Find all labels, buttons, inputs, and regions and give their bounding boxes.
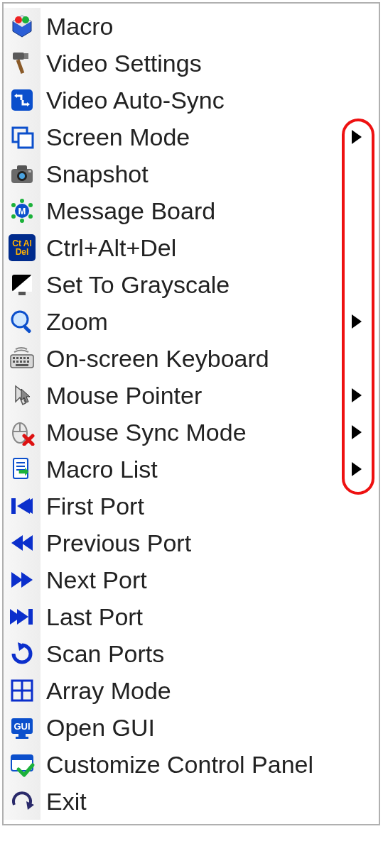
- menu-item-on-screen-keyboard[interactable]: On-screen Keyboard: [4, 340, 374, 377]
- context-menu: Macro Video Settings Video Auto-Sync Scr…: [2, 2, 380, 825]
- mouse-pointer-icon: [4, 377, 41, 414]
- menu-item-set-to-grayscale[interactable]: Set To Grayscale: [4, 266, 374, 303]
- menu-item-next-port[interactable]: Next Port: [4, 561, 374, 598]
- menu-item-mouse-sync-mode[interactable]: Mouse Sync Mode: [4, 414, 374, 451]
- svg-point-22: [20, 199, 24, 203]
- submenu-arrow-icon: [352, 388, 362, 402]
- menu-item-label: Set To Grayscale: [41, 271, 374, 299]
- svg-rect-34: [13, 361, 15, 363]
- menu-item-label: Exit: [41, 788, 374, 815]
- grid-icon: [4, 672, 41, 709]
- submenu-arrow-icon: [352, 425, 362, 439]
- svg-point-20: [11, 214, 16, 219]
- menu-item-label: Customize Control Panel: [41, 751, 374, 779]
- message-board-icon: M: [4, 192, 41, 229]
- menu-item-scan-ports[interactable]: Scan Ports: [4, 635, 374, 672]
- svg-rect-31: [20, 357, 22, 359]
- svg-text:GUI: GUI: [14, 721, 30, 732]
- menu-item-exit[interactable]: Exit: [4, 783, 374, 820]
- svg-rect-27: [23, 325, 31, 334]
- macro-icon: [4, 8, 41, 45]
- svg-rect-63: [18, 734, 26, 737]
- menu-item-zoom[interactable]: Zoom: [4, 303, 374, 340]
- menu-item-last-port[interactable]: Last Port: [4, 598, 374, 635]
- svg-rect-5: [16, 60, 25, 75]
- menu-item-label: Screen Mode: [41, 123, 352, 151]
- svg-rect-39: [16, 364, 28, 366]
- menu-item-macro-list[interactable]: Macro List: [4, 451, 374, 488]
- menu-item-label: Scan Ports: [41, 640, 374, 668]
- menu-item-label: Open GUI: [41, 714, 374, 742]
- svg-point-1: [15, 16, 22, 23]
- customize-icon: [4, 746, 41, 783]
- menu-item-mouse-pointer[interactable]: Mouse Pointer: [4, 377, 374, 414]
- menu-item-label: Mouse Pointer: [41, 382, 352, 410]
- menu-item-message-board[interactable]: M Message Board: [4, 192, 374, 229]
- svg-rect-64: [16, 737, 28, 739]
- menu-item-video-settings[interactable]: Video Settings: [4, 45, 374, 82]
- submenu-arrow-icon: [352, 314, 362, 329]
- menu-item-previous-port[interactable]: Previous Port: [4, 524, 374, 561]
- sync-icon: [4, 82, 41, 119]
- menu-item-label: Snapshot: [41, 160, 374, 188]
- svg-marker-53: [21, 572, 33, 588]
- magnifier-icon: [4, 303, 41, 340]
- menu-item-label: First Port: [41, 493, 374, 520]
- svg-rect-36: [20, 361, 22, 363]
- svg-rect-3: [13, 53, 24, 60]
- menu-item-macro[interactable]: Macro: [4, 8, 374, 45]
- ctrl-alt-del-icon: Ct AlDel: [4, 229, 41, 266]
- skip-last-icon: [4, 598, 41, 635]
- menu-item-label: Previous Port: [41, 529, 374, 557]
- svg-rect-66: [11, 755, 33, 760]
- menu-item-label: Mouse Sync Mode: [41, 419, 352, 446]
- svg-rect-47: [11, 498, 16, 514]
- svg-rect-33: [27, 357, 29, 359]
- menu-item-ctrl-alt-del[interactable]: Ct AlDel Ctrl+Alt+Del: [4, 229, 374, 266]
- menu-item-label: Next Port: [41, 566, 374, 594]
- menu-item-open-gui[interactable]: GUI Open GUI: [4, 709, 374, 746]
- menu-item-label: Macro: [41, 13, 374, 40]
- svg-rect-32: [23, 357, 26, 359]
- skip-first-icon: [4, 488, 41, 524]
- svg-point-26: [12, 312, 28, 327]
- mouse-x-icon: [4, 414, 41, 451]
- svg-rect-4: [24, 53, 28, 59]
- grayscale-icon: [4, 266, 41, 303]
- menu-item-label: Array Mode: [41, 677, 374, 705]
- menu-item-label: Last Port: [41, 603, 374, 631]
- submenu-arrow-icon: [352, 130, 362, 144]
- svg-rect-10: [18, 133, 33, 148]
- menu-item-first-port[interactable]: First Port: [4, 488, 374, 524]
- menu-item-label: Zoom: [41, 308, 352, 336]
- menu-item-video-auto-sync[interactable]: Video Auto-Sync: [4, 82, 374, 119]
- keyboard-icon: [4, 340, 41, 377]
- svg-marker-50: [11, 535, 23, 551]
- svg-rect-56: [28, 609, 33, 625]
- svg-marker-52: [11, 572, 23, 588]
- svg-rect-37: [23, 361, 26, 363]
- svg-text:M: M: [18, 206, 26, 216]
- submenu-arrow-icon: [352, 462, 362, 476]
- menu-item-customize-panel[interactable]: Customize Control Panel: [4, 746, 374, 783]
- camera-icon: [4, 155, 41, 192]
- svg-rect-12: [17, 165, 27, 170]
- svg-rect-38: [27, 361, 29, 363]
- refresh-icon: [4, 635, 41, 672]
- menu-item-label: Ctrl+Alt+Del: [41, 234, 374, 262]
- menu-item-snapshot[interactable]: Snapshot: [4, 155, 374, 192]
- svg-point-18: [11, 203, 16, 207]
- hammer-icon: [4, 45, 41, 82]
- svg-rect-30: [16, 357, 18, 359]
- menu-item-label: Macro List: [41, 456, 352, 483]
- menu-item-screen-mode[interactable]: Screen Mode: [4, 119, 374, 155]
- svg-rect-15: [28, 170, 31, 172]
- menu-item-label: Message Board: [41, 197, 374, 225]
- screen-mode-icon: [4, 119, 41, 155]
- svg-rect-29: [13, 357, 15, 359]
- svg-point-14: [19, 173, 25, 179]
- document-arrow-icon: [4, 451, 41, 488]
- svg-rect-25: [18, 292, 26, 295]
- menu-item-array-mode[interactable]: Array Mode: [4, 672, 374, 709]
- svg-point-2: [22, 16, 29, 23]
